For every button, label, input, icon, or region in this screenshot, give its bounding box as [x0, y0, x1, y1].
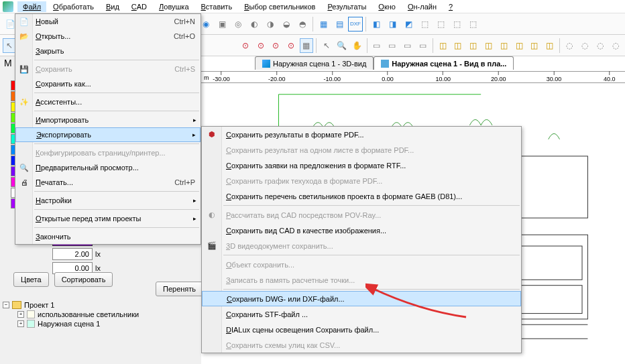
- menu-window[interactable]: Окно: [373, 1, 401, 12]
- tb2-zoom-icon[interactable]: 🔍: [335, 38, 349, 53]
- export-gaeb[interactable]: Сохранить перечень светильников проекта …: [202, 188, 521, 204]
- menu-luminaires[interactable]: Выбор светильников: [239, 1, 321, 12]
- expander-icon[interactable]: −: [3, 302, 9, 308]
- open-icon: 📂: [19, 31, 30, 42]
- ruler-tick: 20.00: [491, 71, 506, 82]
- tb2-magnet1-icon[interactable]: ⊙: [238, 38, 252, 53]
- menu-export[interactable]: Экспортировать▸: [15, 127, 201, 142]
- expander-icon[interactable]: +: [17, 320, 24, 327]
- tb2-grid-icon[interactable]: ▦: [300, 38, 314, 53]
- tb2-e2-icon[interactable]: ◫: [451, 38, 465, 53]
- menu-saveas[interactable]: Сохранить как...: [15, 76, 201, 91]
- tb2-pan-icon[interactable]: ✋: [350, 38, 364, 53]
- tb2-e4-icon[interactable]: ◫: [481, 38, 496, 53]
- tb-tool-d-icon[interactable]: ◎: [231, 17, 245, 32]
- export-cad-image[interactable]: Сохранить вид CAD в качестве изображения…: [202, 223, 521, 238]
- tb2-d1-icon[interactable]: ▭: [370, 38, 384, 53]
- menu-preview[interactable]: 🔍 Предварительный просмотр...: [15, 160, 201, 175]
- tree-child-1[interactable]: + использованные светильники: [3, 310, 204, 319]
- menu-online[interactable]: Он-лайн: [402, 1, 442, 12]
- export-calc-points[interactable]: Записать в память расчетные точки...: [202, 272, 521, 288]
- export-maint-pdf[interactable]: Сохранить график техухода в формате PDF.…: [202, 173, 521, 188]
- export-csv[interactable]: Сохранить схемы улиц как CSV...: [202, 337, 521, 353]
- tab-3d-view[interactable]: Наружная сцена 1 - 3D-вид: [255, 56, 374, 70]
- tb2-e3-icon[interactable]: ◫: [466, 38, 480, 53]
- tb-grid2-icon[interactable]: ▤: [332, 17, 347, 32]
- menu-trap[interactable]: Ловушка: [154, 1, 194, 12]
- tb-tool-e-icon[interactable]: ◐: [247, 17, 262, 32]
- tb2-f1-icon[interactable]: ◌: [563, 38, 577, 53]
- tb2-e5-icon[interactable]: ◫: [497, 38, 511, 53]
- tb2-e6-icon[interactable]: ◫: [512, 38, 526, 53]
- tb-dxf-icon[interactable]: DXF: [348, 17, 363, 32]
- menu-open[interactable]: 📂 Открыть...Ctrl+O: [15, 29, 201, 44]
- value1-input[interactable]: [52, 248, 93, 260]
- tb2-cursor-icon[interactable]: ↖: [319, 38, 333, 53]
- export-rtf[interactable]: Сохранить заявки на предложения в формат…: [202, 158, 521, 173]
- expander-icon[interactable]: +: [17, 311, 24, 318]
- menu-assistants[interactable]: ✨ Ассистенты...: [15, 95, 201, 109]
- tb-tool-h-icon[interactable]: ◓: [295, 17, 310, 32]
- tb2-f3-icon[interactable]: ◌: [593, 38, 608, 53]
- tb-misc3-icon[interactable]: ⬚: [449, 17, 464, 32]
- menu-cad[interactable]: CAD: [126, 1, 152, 12]
- export-dwg-dxf[interactable]: Сохранить DWG- или DXF-файл...: [202, 291, 521, 306]
- menu-print[interactable]: 🖨 Печатать...Ctrl+P: [15, 175, 201, 190]
- tb2-magnet2-icon[interactable]: ⊙: [253, 38, 268, 53]
- menu-view[interactable]: Вид: [101, 1, 125, 12]
- export-pdf-one[interactable]: Сохранить результат на одном листе в фор…: [202, 142, 521, 158]
- menu-settings[interactable]: Настройки▸: [15, 193, 201, 208]
- folder-icon: [12, 301, 21, 309]
- tb-cube2-icon[interactable]: ◨: [385, 17, 400, 32]
- menu-save[interactable]: 💾 СохранитьCtrl+S: [15, 62, 201, 76]
- povray-icon: ◐: [207, 210, 217, 221]
- tb-tool-c-icon[interactable]: ▣: [215, 17, 229, 32]
- tb2-e7-icon[interactable]: ◫: [527, 38, 541, 53]
- tb-grid-icon[interactable]: ▦: [316, 17, 331, 32]
- menu-insert[interactable]: Вставить: [196, 1, 238, 12]
- new-icon: 📄: [19, 16, 30, 27]
- print-icon: 🖨: [19, 177, 30, 188]
- colors-button[interactable]: Цвета: [13, 272, 49, 287]
- menu-new[interactable]: 📄 НовыйCtrl+N: [15, 14, 201, 29]
- video-icon: 🎬: [207, 241, 217, 251]
- accept-button[interactable]: Перенять: [156, 282, 203, 296]
- sort-button[interactable]: Сортировать: [54, 272, 113, 287]
- menu-results[interactable]: Результаты: [322, 1, 372, 12]
- tree-root[interactable]: − Проект 1: [3, 300, 204, 310]
- menu-help[interactable]: ?: [443, 1, 458, 12]
- export-lightscene[interactable]: DIALux сцены освещения Cохранить файл...: [202, 322, 521, 337]
- menu-file[interactable]: Файл: [17, 1, 46, 12]
- project-tree: − Проект 1 + использованные светильники …: [3, 300, 204, 328]
- export-povray[interactable]: ◐ Рассчитать вид CAD посредством POV-Ray…: [202, 207, 521, 223]
- menu-close[interactable]: Закрыть: [15, 44, 201, 58]
- menu-page-config[interactable]: Конфигурировать страницу/принтер...: [15, 145, 201, 160]
- tb2-d4-icon[interactable]: ▭: [416, 38, 430, 53]
- file-menu-dropdown: 📄 НовыйCtrl+N 📂 Открыть...Ctrl+O Закрыть…: [15, 13, 201, 245]
- tab-plan-view[interactable]: Наружная сцена 1 - Вид в пла...: [374, 56, 514, 70]
- tb2-magnet4-icon[interactable]: ⊙: [284, 38, 298, 53]
- tb-tool-f-icon[interactable]: ◑: [263, 17, 278, 32]
- tb2-d2-icon[interactable]: ▭: [385, 38, 399, 53]
- menu-edit[interactable]: Обработать: [48, 1, 99, 12]
- tb-cube3-icon[interactable]: ◩: [401, 17, 416, 32]
- export-3dvideo[interactable]: 🎬 3D видеодокумент сохранить...: [202, 238, 521, 253]
- tb2-d3-icon[interactable]: ▭: [400, 38, 414, 53]
- menu-import[interactable]: Импортировать▸: [15, 113, 201, 127]
- tb-misc4-icon[interactable]: ⬚: [465, 17, 480, 32]
- menu-recent[interactable]: Открытые перед этим проекты▸: [15, 211, 201, 226]
- menu-exit[interactable]: Закончить: [15, 229, 201, 244]
- tb-misc-icon[interactable]: ⬚: [417, 17, 432, 32]
- tb2-e1-icon[interactable]: ◫: [436, 38, 450, 53]
- tb2-magnet3-icon[interactable]: ⊙: [269, 38, 283, 53]
- tb2-f2-icon[interactable]: ◌: [578, 38, 592, 53]
- tb-tool-g-icon[interactable]: ◒: [279, 17, 294, 32]
- tb2-f4-icon[interactable]: ◌: [608, 38, 622, 53]
- tb-cube1-icon[interactable]: ◧: [369, 17, 384, 32]
- tb-misc2-icon[interactable]: ⬚: [433, 17, 448, 32]
- tb2-e8-icon[interactable]: ◫: [543, 38, 557, 53]
- export-object[interactable]: Объект сохранить...: [202, 257, 521, 272]
- export-pdf[interactable]: ⬢ Сохранить результаты в формате PDF...: [202, 127, 521, 142]
- export-stf[interactable]: Сохранить STF-файл ...: [202, 306, 521, 322]
- tree-child-2[interactable]: + Наружная сцена 1: [3, 319, 204, 328]
